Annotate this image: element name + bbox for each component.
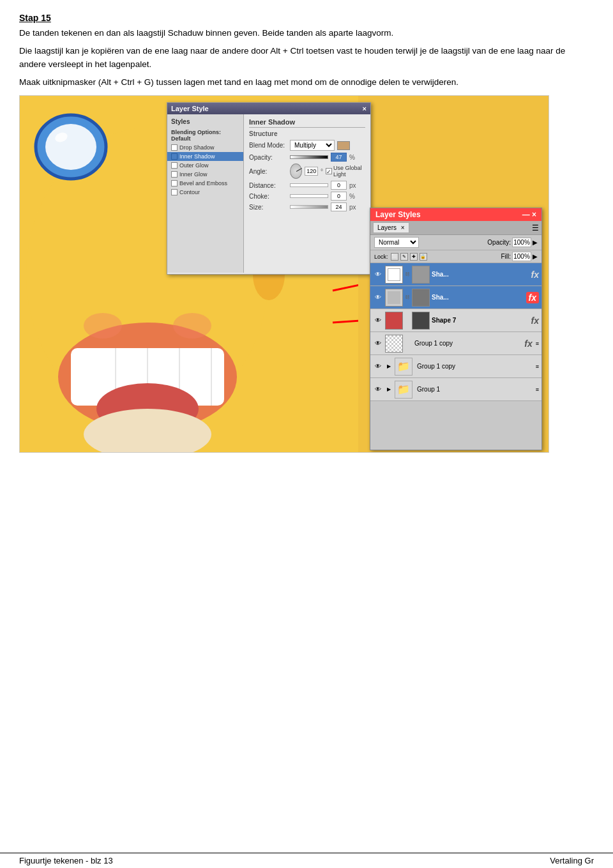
structure-subtitle: Structure — [249, 130, 365, 137]
lock-move-icon[interactable]: ✚ — [410, 253, 418, 261]
layer-fx-4[interactable]: fx — [524, 339, 532, 349]
layers-panel-close-icon[interactable]: — × — [522, 210, 536, 219]
dialog-title-text: Layer Style — [171, 105, 209, 112]
layers-list: 👁 ⛓ Sha... fx 👁 — [370, 263, 541, 434]
bevel-emboss-label: Bevel and Emboss — [179, 180, 227, 187]
opacity-slider[interactable] — [290, 155, 328, 159]
eye-icon-5[interactable]: 👁 — [373, 362, 383, 372]
layer-options-6[interactable]: ≡ — [536, 386, 539, 393]
layer-fx-3[interactable]: fx — [531, 316, 539, 326]
layer-thumb-2 — [385, 289, 403, 307]
layers-tabs: Layers × ☰ — [370, 221, 541, 235]
lock-label: Lock: — [374, 254, 388, 260]
layer-row-group1copy[interactable]: 👁 ▶ 📁 Group 1 copy ≡ — [370, 355, 541, 378]
layer-fx-2[interactable]: fx — [526, 293, 539, 303]
blending-options-label: Blending Options: Default — [171, 129, 239, 142]
styles-panel: Styles Blending Options: Default Drop Sh… — [167, 114, 244, 273]
expand-icon-5[interactable]: ▶ — [385, 363, 393, 370]
style-item-drop-shadow[interactable]: Drop Shadow — [167, 143, 243, 152]
expand-icon-6[interactable]: ▶ — [385, 386, 393, 393]
lock-transparency-icon[interactable]: ⬜ — [391, 253, 398, 261]
blend-mode-select[interactable]: Normal — [374, 237, 419, 248]
paragraph-1: De tanden tekenen en dan als laagstijl S… — [19, 27, 594, 40]
layer-thumb-1 — [385, 266, 403, 284]
layer-fx-1[interactable]: fx — [531, 270, 539, 280]
panel-menu-icon[interactable]: ☰ — [532, 224, 539, 232]
distance-row: Distance: 0 px — [249, 181, 365, 190]
layer-options-5[interactable]: ≡ — [536, 363, 539, 370]
layer-row-group1[interactable]: 👁 ▶ 📁 Group 1 ≡ — [370, 378, 541, 401]
distance-label: Distance: — [249, 182, 287, 189]
inner-shadow-checkbox[interactable]: ✓ — [171, 153, 178, 160]
outer-glow-checkbox[interactable] — [171, 162, 178, 169]
angle-row: Angle: 120 ° ✓ Use Global Light — [249, 164, 365, 179]
layer-row-sha2[interactable]: 👁 ⛓ Sha... fx — [370, 286, 541, 309]
dialog-close-icon[interactable]: × — [363, 105, 367, 112]
style-item-contour[interactable]: Contour — [167, 188, 243, 197]
layer-row-shape7[interactable]: 👁 Shape 7 fx — [370, 309, 541, 332]
blend-mode-label: Blend Mode: — [249, 142, 287, 149]
size-label: Size: — [249, 204, 287, 211]
style-item-blending[interactable]: Blending Options: Default — [167, 128, 243, 143]
svg-point-3 — [45, 124, 96, 170]
global-light-container[interactable]: ✓ Use Global Light — [326, 165, 365, 178]
dialog-title-bar: Layer Style × — [167, 103, 370, 114]
lock-all-icon[interactable]: 🔒 — [420, 253, 427, 261]
eye-icon-4[interactable]: 👁 — [373, 339, 383, 349]
style-item-outer-glow[interactable]: Outer Glow — [167, 161, 243, 170]
size-value[interactable]: 24 — [331, 202, 347, 211]
inner-shadow-settings-panel: Inner Shadow Structure Blend Mode: Multi… — [244, 114, 370, 273]
layer-name-2: Sha... — [432, 294, 524, 301]
eye-icon-6[interactable]: 👁 — [373, 385, 383, 395]
fill-input[interactable] — [512, 252, 531, 261]
fill-arrow-icon[interactable]: ▶ — [533, 253, 538, 260]
global-light-label: Use Global Light — [333, 165, 365, 178]
style-item-inner-glow[interactable]: Inner Glow — [167, 170, 243, 179]
layer-row-sha1[interactable]: 👁 ⛓ Sha... fx — [370, 263, 541, 286]
tab-layers-label: Layers — [377, 224, 397, 231]
style-item-inner-shadow[interactable]: ✓ Inner Shadow — [167, 152, 243, 161]
layers-title-bar: Layer Styles — × — [370, 208, 541, 221]
lock-paint-icon[interactable]: ✎ — [400, 253, 408, 261]
tab-layers[interactable]: Layers × — [373, 222, 409, 233]
distance-slider[interactable] — [290, 183, 328, 187]
layer-link-1: ⛓ — [405, 271, 410, 277]
blend-mode-dropdown[interactable]: Multiply — [290, 140, 335, 151]
choke-slider[interactable] — [290, 194, 328, 198]
opacity-row: Opacity: 47 % — [249, 153, 365, 162]
thumb-inner-1 — [386, 266, 402, 283]
svg-point-16 — [173, 313, 211, 339]
blend-mode-row: Blend Mode: Multiply — [249, 140, 365, 151]
styles-panel-title: Styles — [167, 117, 243, 128]
distance-value[interactable]: 0 — [331, 181, 347, 190]
bevel-emboss-checkbox[interactable] — [171, 180, 178, 187]
footer-left: Figuurtje tekenen - blz 13 — [19, 856, 113, 865]
checkmark-icon: ✓ — [172, 155, 176, 161]
page-content: Stap 15 De tanden tekenen en dan als laa… — [0, 0, 613, 491]
size-row: Size: 24 px — [249, 202, 365, 211]
thumb-shape-3 — [388, 314, 400, 327]
lock-icons: ⬜ ✎ ✚ 🔒 — [391, 253, 427, 261]
tab-close-icon[interactable]: × — [401, 224, 405, 231]
drop-shadow-checkbox[interactable] — [171, 144, 178, 151]
opacity-value[interactable]: 47 — [331, 153, 347, 162]
layer-row-group1copy-flat[interactable]: 👁 Group 1 copy fx ≡ — [370, 332, 541, 355]
layers-panel[interactable]: Layer Styles — × Layers × ☰ Normal Opaci… — [370, 208, 542, 450]
global-light-checkbox[interactable]: ✓ — [326, 168, 332, 174]
size-slider[interactable] — [290, 205, 328, 209]
opacity-input[interactable] — [512, 238, 531, 247]
layer-options-4[interactable]: ≡ — [536, 340, 539, 347]
angle-dial[interactable] — [290, 164, 302, 179]
choke-value[interactable]: 0 — [331, 192, 347, 201]
layer-style-dialog[interactable]: Layer Style × Styles Blending Options: D… — [167, 102, 371, 275]
inner-glow-checkbox[interactable] — [171, 171, 178, 178]
blend-color-swatch[interactable] — [337, 141, 350, 150]
eye-icon-3[interactable]: 👁 — [373, 316, 383, 326]
eye-icon-1[interactable]: 👁 — [373, 270, 383, 280]
contour-checkbox[interactable] — [171, 189, 178, 195]
opacity-arrow-icon[interactable]: ▶ — [533, 239, 538, 246]
layer-thumb-3 — [385, 312, 403, 330]
style-item-bevel-emboss[interactable]: Bevel and Emboss — [167, 179, 243, 188]
angle-value[interactable]: 120 — [305, 167, 318, 176]
eye-icon-2[interactable]: 👁 — [373, 293, 383, 303]
